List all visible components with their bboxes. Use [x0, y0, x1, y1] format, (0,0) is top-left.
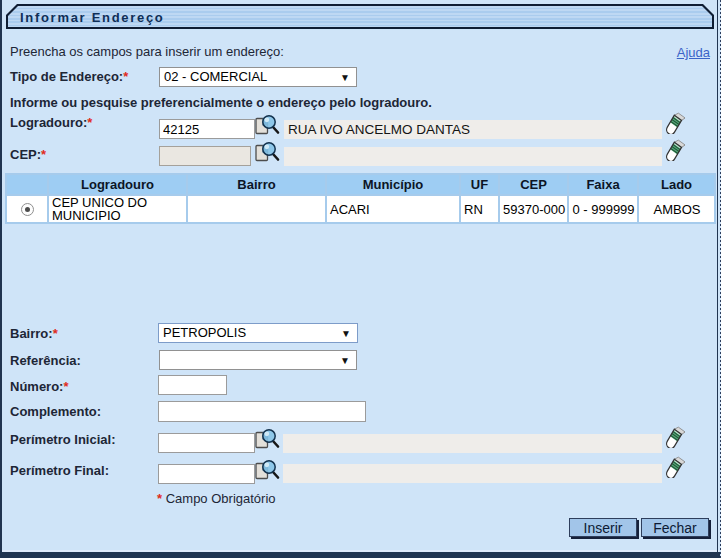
info-bold-text: Informe ou pesquise preferencialmente o …: [10, 95, 432, 110]
cell-faixa: 0 - 999999: [569, 196, 637, 222]
cell-logradouro: CEP UNICO DO MUNICIPIO: [49, 196, 186, 222]
col-uf: UF: [461, 175, 498, 194]
perimetro-inicial-input[interactable]: [158, 433, 255, 453]
informar-endereco-dialog: Informar Endereço Preencha os campos par…: [0, 0, 721, 558]
chevron-down-icon: ▼: [340, 73, 350, 83]
tipo-endereco-label: Tipo de Endereço:*: [10, 69, 128, 84]
perimetro-inicial-field: [283, 434, 662, 453]
numero-label: Número:*: [10, 379, 69, 394]
cep-label: CEP:*: [10, 147, 46, 162]
search-logradouro-icon[interactable]: [255, 113, 280, 136]
radio-dot: [25, 207, 30, 212]
col-logradouro: Logradouro: [49, 175, 186, 194]
table-row: CEP UNICO DO MUNICIPIO ACARI RN 59370-00…: [7, 196, 714, 222]
referencia-select[interactable]: ▼: [159, 350, 357, 370]
col-cep: CEP: [500, 175, 567, 194]
numero-input[interactable]: [158, 375, 227, 395]
logradouro-code-input[interactable]: [159, 119, 255, 139]
clear-perimetro-inicial-icon[interactable]: [666, 426, 685, 448]
required-asterisk: *: [41, 147, 46, 162]
cell-bairro: [188, 196, 325, 222]
logradouro-name-field: RUA IVO ANCELMO DANTAS: [284, 120, 662, 139]
cell-lado: AMBOS: [639, 196, 714, 222]
complemento-label: Complemento:: [10, 404, 101, 419]
search-perimetro-inicial-icon[interactable]: [255, 427, 280, 450]
col-municipio: Município: [327, 175, 459, 194]
clear-cep-icon[interactable]: [666, 139, 685, 161]
frame-right-border: [717, 0, 719, 558]
clear-logradouro-icon[interactable]: [666, 112, 685, 134]
required-asterisk: *: [53, 326, 58, 341]
cep-code-input: [159, 146, 251, 166]
required-note: * Campo Obrigatório: [157, 491, 276, 506]
table-header-row: Logradouro Bairro Município UF CEP Faixa…: [7, 175, 714, 194]
inserir-button[interactable]: Inserir: [569, 518, 637, 537]
col-faixa: Faixa: [569, 175, 637, 194]
clear-perimetro-final-icon[interactable]: [666, 456, 685, 478]
required-asterisk: *: [87, 115, 92, 130]
required-asterisk: *: [63, 379, 68, 394]
referencia-label: Referência:: [10, 353, 81, 368]
col-bairro: Bairro: [188, 175, 325, 194]
search-cep-icon[interactable]: [255, 140, 280, 163]
cep-name-field: [284, 147, 662, 166]
perimetro-final-label: Perímetro Final:: [10, 463, 109, 478]
perimetro-inicial-label: Perímetro Inicial:: [10, 432, 115, 447]
perimetro-final-field: [283, 464, 662, 483]
bairro-value: PETROPOLIS: [163, 325, 246, 340]
cell-municipio: ACARI: [327, 196, 459, 222]
tipo-endereco-select[interactable]: 02 - COMERCIAL ▼: [159, 67, 357, 87]
col-radio: [7, 175, 47, 194]
required-asterisk: *: [123, 69, 128, 84]
chevron-down-icon: ▼: [340, 356, 350, 366]
dialog-title: Informar Endereço: [20, 10, 165, 25]
cep-results-table: Logradouro Bairro Município UF CEP Faixa…: [5, 173, 716, 224]
bairro-select[interactable]: PETROPOLIS ▼: [158, 323, 358, 343]
logradouro-label: Logradouro:*: [10, 115, 92, 130]
bairro-label: Bairro:*: [10, 326, 58, 341]
help-link[interactable]: Ajuda: [677, 45, 710, 60]
complemento-input[interactable]: [158, 401, 366, 422]
row-radio-button[interactable]: [21, 203, 34, 216]
perimetro-final-input[interactable]: [158, 464, 255, 484]
col-lado: Lado: [639, 175, 714, 194]
cell-uf: RN: [461, 196, 498, 222]
chevron-down-icon: ▼: [341, 329, 351, 339]
fechar-button[interactable]: Fechar: [641, 518, 709, 537]
cell-cep: 59370-000: [500, 196, 567, 222]
frame-left-border: [0, 0, 2, 558]
search-perimetro-final-icon[interactable]: [255, 458, 280, 481]
instruction-text: Preencha os campos para inserir um ender…: [10, 44, 284, 59]
row-radio-cell: [7, 196, 47, 222]
tipo-endereco-value: 02 - COMERCIAL: [164, 69, 267, 84]
frame-bottom-border: [0, 552, 721, 558]
required-asterisk: *: [157, 491, 162, 506]
